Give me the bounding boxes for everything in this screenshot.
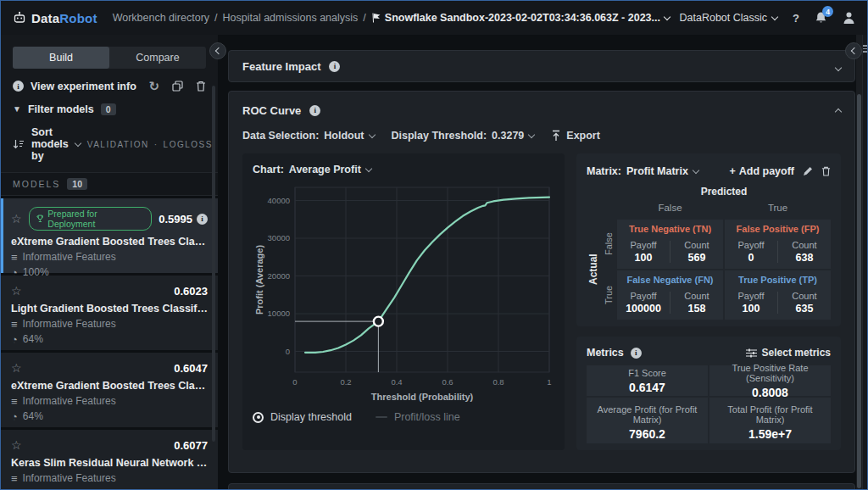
model-score: 0.5995 i bbox=[159, 213, 208, 226]
export-button[interactable]: Export bbox=[551, 130, 600, 142]
person-icon bbox=[843, 11, 855, 25]
model-title: Keras Slim Residual Neural Network Class… bbox=[11, 457, 208, 469]
model-card[interactable]: ☆ 0.6077 Keras Slim Residual Neural Netw… bbox=[1, 430, 218, 489]
svg-text:30000: 30000 bbox=[268, 233, 290, 242]
right-strip-menu-icon[interactable] bbox=[863, 45, 867, 54]
filter-models-row[interactable]: ▼ Filter models 0 bbox=[1, 103, 218, 115]
notifications-button[interactable]: 4 bbox=[815, 11, 827, 25]
export-icon bbox=[551, 130, 561, 142]
sidebar-scrollbar[interactable] bbox=[212, 86, 215, 442]
data-selection-dropdown[interactable]: Data Selection: Holdout bbox=[242, 130, 375, 142]
model-title: Light Gradient Boosted Trees Classifier … bbox=[11, 303, 208, 315]
roc-curve-header[interactable]: ROC Curve i bbox=[229, 92, 854, 123]
roc-curve-panel: ROC Curve i Data Selection: Holdout Disp… bbox=[228, 91, 855, 473]
matrix-dropdown[interactable]: Matrix: Profit Matrix bbox=[587, 165, 698, 177]
trash-icon[interactable] bbox=[196, 81, 206, 92]
svg-text:0: 0 bbox=[286, 347, 290, 356]
right-edge-strip bbox=[862, 35, 868, 489]
display-threshold-dropdown[interactable]: Display Threshold: 0.3279 bbox=[392, 130, 535, 142]
tn-count-value: 569 bbox=[688, 252, 706, 264]
sort-models-label[interactable]: Sort models by bbox=[31, 126, 69, 162]
info-icon[interactable]: i bbox=[197, 214, 208, 225]
model-card[interactable]: ☆ 0.6023 Light Gradient Boosted Trees Cl… bbox=[1, 276, 218, 350]
refresh-icon[interactable]: ↻ bbox=[148, 80, 159, 92]
metrics-grid: F1 Score 0.6147 True Positive Rate (Sens… bbox=[587, 365, 831, 443]
datarobot-classic-menu[interactable]: DataRobot Classic bbox=[680, 12, 778, 24]
svg-text:1: 1 bbox=[547, 377, 551, 387]
model-title: eXtreme Gradient Boosted Trees Classifie… bbox=[11, 380, 208, 392]
svg-text:10000: 10000 bbox=[268, 309, 290, 318]
breadcrumb: Workbench directory / Hospital admission… bbox=[113, 12, 670, 24]
help-button[interactable]: ? bbox=[793, 12, 799, 25]
main-scrollbar-thumb[interactable] bbox=[857, 94, 861, 488]
tab-build[interactable]: Build bbox=[13, 47, 109, 69]
chart-options-row: Display threshold Profit/loss line bbox=[253, 411, 554, 423]
fp-count-value: 638 bbox=[796, 252, 814, 264]
info-icon[interactable]: i bbox=[631, 348, 642, 359]
metric-average-profit: Average Profit (for Profit Matrix) 7960.… bbox=[587, 398, 708, 443]
info-icon[interactable]: i bbox=[13, 81, 24, 92]
sample-pie-icon: ◔ bbox=[11, 411, 18, 422]
chevron-up-icon[interactable] bbox=[835, 109, 842, 115]
star-icon[interactable]: ☆ bbox=[11, 361, 22, 375]
chevron-down-icon bbox=[528, 131, 535, 137]
chevron-down-icon bbox=[365, 164, 372, 171]
right-panel-collapse-button[interactable] bbox=[845, 42, 862, 59]
metric-f1-score: F1 Score 0.6147 bbox=[587, 365, 708, 396]
duplicate-icon[interactable] bbox=[172, 81, 183, 92]
delete-payoff-icon[interactable] bbox=[821, 166, 831, 176]
featurelist-icon: ≡ bbox=[11, 252, 18, 263]
breadcrumb-workbench[interactable]: Workbench directory bbox=[113, 12, 209, 24]
models-count-header: MODELS 10 bbox=[1, 172, 218, 196]
radio-selected-icon bbox=[253, 412, 264, 423]
star-icon[interactable]: ☆ bbox=[11, 438, 22, 452]
tp-payoff-value: 100 bbox=[743, 303, 760, 315]
chevron-down-icon[interactable] bbox=[835, 64, 842, 71]
star-icon[interactable]: ☆ bbox=[11, 212, 22, 226]
profit-loss-line-toggle[interactable]: Profit/loss line bbox=[376, 411, 460, 423]
display-threshold-toggle[interactable]: Display threshold bbox=[253, 411, 352, 423]
star-icon[interactable]: ☆ bbox=[11, 284, 22, 298]
model-title: eXtreme Gradient Boosted Trees Classifie… bbox=[11, 236, 208, 248]
model-card[interactable]: ☆ 0.6047 eXtreme Gradient Boosted Trees … bbox=[1, 353, 218, 427]
chart-type-dropdown[interactable]: Chart: Average Profit bbox=[253, 164, 554, 175]
breadcrumb-current-experiment[interactable]: Snowflake Sandbox-2023-02-02T03:34:36.06… bbox=[371, 12, 670, 24]
info-icon[interactable]: i bbox=[329, 61, 340, 72]
average-profit-chart[interactable]: 00.20.40.60.81010000200003000040000Thres… bbox=[253, 179, 554, 409]
add-payoff-button[interactable]: + Add payoff bbox=[729, 165, 794, 177]
datarobot-app: DataRobot Workbench directory / Hospital… bbox=[0, 0, 868, 490]
select-metrics-button[interactable]: Select metrics bbox=[746, 347, 831, 359]
sample-pie-icon: ◔ bbox=[11, 334, 18, 345]
fp-payoff-value: 0 bbox=[748, 252, 754, 264]
fn-count-value: 158 bbox=[688, 303, 706, 315]
feature-impact-panel[interactable]: Feature Impact i bbox=[228, 50, 855, 82]
svg-text:0.2: 0.2 bbox=[340, 377, 351, 387]
actual-label: Actual bbox=[587, 220, 600, 320]
chevron-down-icon bbox=[664, 13, 670, 19]
sort-icon bbox=[13, 139, 25, 149]
notification-count-badge: 4 bbox=[822, 6, 833, 17]
datarobot-logo[interactable]: DataRobot bbox=[13, 11, 97, 25]
models-count-badge: 10 bbox=[67, 178, 87, 190]
edit-payoff-icon[interactable] bbox=[803, 166, 813, 176]
model-sample-size: ◔ 64% bbox=[11, 487, 208, 489]
model-featurelist: ≡ Informative Features bbox=[11, 472, 208, 484]
chevron-down-icon bbox=[693, 166, 699, 173]
info-icon[interactable]: i bbox=[309, 105, 320, 116]
metric-total-profit: Total Profit (for Profit Matrix) 1.59e+7 bbox=[709, 398, 831, 443]
roc-toolbar: Data Selection: Holdout Display Threshol… bbox=[229, 123, 854, 153]
view-experiment-info-link[interactable]: View experiment info bbox=[31, 81, 136, 92]
sidebar-collapse-button[interactable] bbox=[209, 42, 226, 59]
svg-text:20000: 20000 bbox=[268, 271, 290, 281]
false-negative-cell: False Negative (FN) Payoff 100000 Count bbox=[617, 270, 723, 320]
tn-payoff-value: 100 bbox=[635, 252, 653, 264]
user-profile-button[interactable] bbox=[843, 11, 855, 25]
model-card-selected[interactable]: ☆ Prepared for Deployment 0.5995 i eXtre… bbox=[1, 198, 218, 273]
sample-pie-icon: ◔ bbox=[11, 488, 18, 490]
tab-compare[interactable]: Compare bbox=[109, 47, 206, 69]
breadcrumb-usecase[interactable]: Hospital admissions analysis bbox=[223, 12, 359, 24]
robot-head-icon bbox=[13, 11, 26, 25]
confusion-matrix: Predicted False True Actual False True T… bbox=[587, 182, 831, 320]
sort-current-value: VALIDATION · LOGLOSS bbox=[87, 140, 213, 149]
actual-false-label: False bbox=[602, 220, 615, 269]
